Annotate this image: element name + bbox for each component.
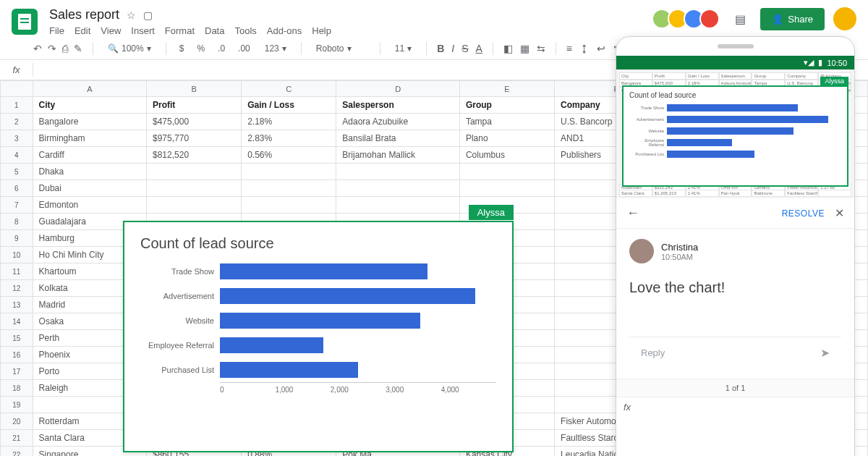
row-header[interactable]: 7 bbox=[1, 197, 33, 214]
increase-decimal[interactable]: .00 bbox=[235, 42, 253, 55]
font-size-select[interactable]: 11▾ bbox=[391, 42, 416, 55]
cell[interactable] bbox=[242, 164, 336, 180]
resolve-button[interactable]: RESOLVE bbox=[782, 208, 825, 219]
row-header[interactable]: 3 bbox=[1, 130, 33, 147]
row-header[interactable]: 14 bbox=[1, 313, 33, 330]
paint-format-icon[interactable]: ✎ bbox=[74, 43, 82, 54]
text-color-icon[interactable]: A bbox=[476, 43, 482, 54]
column-header[interactable] bbox=[1, 81, 33, 97]
cell[interactable]: 2.18% bbox=[242, 114, 336, 130]
cell[interactable] bbox=[147, 164, 242, 180]
phone-mini-sheet[interactable]: CityProfitGain / LossSalespersonGroupCom… bbox=[616, 69, 854, 198]
menu-data[interactable]: Data bbox=[205, 25, 224, 36]
wrap-icon[interactable]: ↩ bbox=[597, 43, 605, 54]
bold-icon[interactable]: B bbox=[437, 43, 444, 54]
cell[interactable]: $975,770 bbox=[147, 130, 242, 147]
menu-view[interactable]: View bbox=[101, 25, 121, 36]
number-format-select[interactable]: 123▾ bbox=[260, 42, 291, 55]
back-arrow-icon[interactable]: ← bbox=[626, 206, 639, 221]
cell[interactable] bbox=[242, 197, 336, 214]
row-header[interactable]: 22 bbox=[1, 447, 33, 457]
strike-icon[interactable]: S bbox=[461, 43, 468, 54]
format-currency[interactable]: $ bbox=[176, 42, 187, 55]
column-header[interactable]: E bbox=[459, 81, 554, 97]
cell[interactable]: Adaora Azubuike bbox=[336, 114, 460, 130]
phone-mini-chart[interactable]: Alyssa Count of lead source Trade ShowAd… bbox=[622, 85, 848, 187]
row-header[interactable]: 9 bbox=[1, 230, 33, 247]
cell[interactable]: Tampa bbox=[459, 114, 554, 130]
menu-help[interactable]: Help bbox=[312, 25, 331, 36]
borders-icon[interactable]: ▦ bbox=[520, 43, 529, 54]
header-cell[interactable]: Group bbox=[459, 97, 554, 114]
cell[interactable]: Dubai bbox=[33, 180, 146, 197]
column-header[interactable]: C bbox=[242, 81, 336, 97]
v-align-icon[interactable]: ⭥ bbox=[579, 43, 590, 54]
cell[interactable] bbox=[242, 180, 336, 197]
share-button[interactable]: 👤 Share bbox=[760, 8, 825, 30]
menu-edit[interactable]: Edit bbox=[75, 25, 90, 36]
cell[interactable] bbox=[147, 197, 242, 214]
phone-formula-bar[interactable]: fx bbox=[616, 397, 854, 417]
decrease-decimal[interactable]: .0 bbox=[215, 42, 228, 55]
row-header[interactable]: 18 bbox=[1, 380, 33, 397]
cell[interactable] bbox=[459, 180, 554, 197]
italic-icon[interactable]: I bbox=[451, 43, 454, 54]
column-header[interactable]: A bbox=[33, 81, 146, 97]
cell[interactable]: $475,000 bbox=[147, 114, 242, 130]
undo-icon[interactable]: ↶ bbox=[33, 43, 42, 54]
row-header[interactable]: 6 bbox=[1, 180, 33, 197]
print-icon[interactable]: ⎙ bbox=[62, 43, 68, 54]
cell[interactable]: Bansilal Brata bbox=[336, 130, 460, 147]
column-header[interactable]: B bbox=[147, 81, 242, 97]
font-select[interactable]: Roboto▾ bbox=[312, 42, 370, 55]
cell[interactable] bbox=[336, 180, 460, 197]
cell[interactable]: Cardiff bbox=[33, 147, 146, 164]
menu-insert[interactable]: Insert bbox=[131, 25, 155, 36]
reply-input[interactable]: Reply bbox=[641, 347, 665, 358]
row-header[interactable]: 11 bbox=[1, 263, 33, 280]
redo-icon[interactable]: ↷ bbox=[48, 43, 56, 54]
row-header[interactable]: 15 bbox=[1, 330, 33, 347]
cell[interactable] bbox=[459, 164, 554, 180]
cell[interactable] bbox=[336, 164, 460, 180]
menu-addons[interactable]: Add-ons bbox=[267, 25, 302, 36]
row-header[interactable]: 10 bbox=[1, 247, 33, 263]
cell[interactable] bbox=[147, 180, 242, 197]
row-header[interactable]: 4 bbox=[1, 147, 33, 164]
h-align-icon[interactable]: ≡ bbox=[566, 43, 572, 54]
merge-icon[interactable]: ⇆ bbox=[537, 43, 545, 54]
column-header[interactable]: D bbox=[336, 81, 460, 97]
zoom-select[interactable]: 🔍 100% ▾ bbox=[103, 42, 156, 55]
row-header[interactable]: 20 bbox=[1, 413, 33, 430]
folder-icon[interactable]: ▢ bbox=[143, 9, 153, 21]
cell[interactable]: Edmonton bbox=[33, 197, 146, 214]
header-cell[interactable]: Profit bbox=[147, 97, 242, 114]
row-header[interactable]: 16 bbox=[1, 347, 33, 363]
cell[interactable]: 0.56% bbox=[242, 147, 336, 164]
row-header[interactable]: 8 bbox=[1, 214, 33, 230]
row-header[interactable]: 2 bbox=[1, 114, 33, 130]
close-icon[interactable]: ✕ bbox=[835, 206, 844, 220]
cell[interactable]: Bangalore bbox=[33, 114, 146, 130]
cell[interactable]: $812,520 bbox=[147, 147, 242, 164]
header-cell[interactable]: Gain / Loss bbox=[242, 97, 336, 114]
cell[interactable]: 2.83% bbox=[242, 130, 336, 147]
cell[interactable]: Brijamohan Mallick bbox=[336, 147, 460, 164]
presence-avatar[interactable] bbox=[699, 9, 720, 29]
row-header[interactable]: 17 bbox=[1, 363, 33, 380]
cell[interactable]: Plano bbox=[459, 130, 554, 147]
document-title[interactable]: Sales report bbox=[49, 7, 119, 22]
menu-format[interactable]: Format bbox=[165, 25, 195, 36]
presence-avatars[interactable] bbox=[656, 9, 720, 29]
row-header[interactable]: 1 bbox=[1, 97, 33, 114]
star-icon[interactable]: ☆ bbox=[127, 9, 136, 21]
row-header[interactable]: 12 bbox=[1, 280, 33, 297]
comments-icon[interactable]: ▤ bbox=[728, 7, 752, 30]
send-icon[interactable]: ➤ bbox=[820, 346, 830, 360]
account-avatar[interactable] bbox=[833, 7, 856, 30]
row-header[interactable]: 19 bbox=[1, 397, 33, 413]
header-cell[interactable]: Salesperson bbox=[336, 97, 460, 114]
menu-file[interactable]: File bbox=[49, 25, 64, 36]
menu-tools[interactable]: Tools bbox=[234, 25, 256, 36]
row-header[interactable]: 21 bbox=[1, 430, 33, 447]
